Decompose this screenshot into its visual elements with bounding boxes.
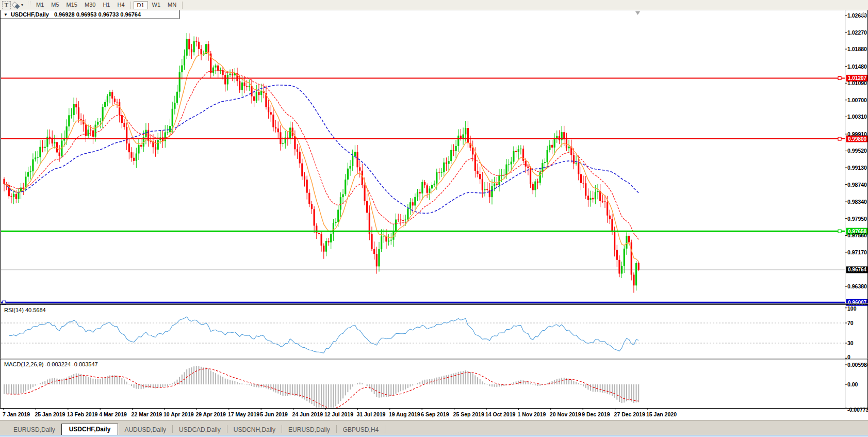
svg-text:1.01880: 1.01880 xyxy=(847,46,867,52)
svg-text:14 Oct 2019: 14 Oct 2019 xyxy=(485,411,516,417)
timeframe-button-m5[interactable]: M5 xyxy=(48,1,62,9)
svg-text:0.97560: 0.97560 xyxy=(847,232,867,238)
svg-text:10 Apr 2019: 10 Apr 2019 xyxy=(163,411,194,417)
timeframe-button-h1[interactable]: H1 xyxy=(100,1,113,9)
svg-text:24 Jun 2019: 24 Jun 2019 xyxy=(292,411,323,417)
chart-ohlc-quotes: 0.96928 0.96953 0.96733 0.96764 xyxy=(54,11,141,18)
timeframe-button-m1[interactable]: M1 xyxy=(33,1,47,9)
price-axis[interactable]: 1.026601.022701.018801.014801.010901.007… xyxy=(845,12,867,289)
svg-text:70: 70 xyxy=(847,320,854,326)
svg-text:0.97950: 0.97950 xyxy=(847,216,867,222)
svg-text:0: 0 xyxy=(847,354,850,360)
chart-tab-gbpusd-h4[interactable]: GBPUSD,H4 xyxy=(337,425,385,435)
svg-text:19 Aug 2019: 19 Aug 2019 xyxy=(389,411,420,417)
chart-window-border xyxy=(1,10,868,409)
svg-text:1.00700: 1.00700 xyxy=(847,97,867,103)
svg-text:17 May 2019: 17 May 2019 xyxy=(228,411,259,417)
rsi-line xyxy=(9,317,638,353)
svg-text:0.99130: 0.99130 xyxy=(847,165,867,171)
macd-axis[interactable]: 0.0059860.00-0.007737 xyxy=(845,362,868,413)
toolbar: T ▾ M1M5M15M30H1H4D1W1MN xyxy=(0,0,868,10)
timeframe-button-m30[interactable]: M30 xyxy=(81,1,99,9)
trading-terminal: { "toolbar": { "text_tool_label": "T", "… xyxy=(0,0,868,437)
timeframe-button-d1[interactable]: D1 xyxy=(134,1,148,9)
svg-text:25 Jan 2019: 25 Jan 2019 xyxy=(35,411,65,417)
svg-text:0.00: 0.00 xyxy=(847,381,858,387)
shapes-dropdown-button[interactable]: ▾ xyxy=(12,2,23,8)
hline-handle[interactable] xyxy=(838,230,841,233)
timeframe-button-m15[interactable]: M15 xyxy=(63,1,80,9)
chevron-down-icon: ▾ xyxy=(21,3,23,7)
svg-text:0.005986: 0.005986 xyxy=(847,362,868,368)
current-price-chip-text: 0.96764 xyxy=(848,267,867,272)
toolbar-grip[interactable] xyxy=(28,2,30,8)
macd-histogram xyxy=(4,366,638,411)
price-chart-canvas[interactable]: 1.012070.998000.976580.960070.967641.026… xyxy=(0,0,868,437)
chart-tab-usdchf-daily[interactable]: USDCHF,Daily xyxy=(61,424,119,435)
text-tool-button[interactable]: T xyxy=(2,1,11,9)
rsi-axis[interactable]: 10070300 xyxy=(845,305,857,360)
svg-text:22 Mar 2019: 22 Mar 2019 xyxy=(132,411,162,417)
rsi-label: RSI(14) 40.5684 xyxy=(4,307,46,313)
svg-text:4 Mar 2019: 4 Mar 2019 xyxy=(99,411,127,417)
timeframe-button-h4[interactable]: H4 xyxy=(114,1,127,9)
tab-separator xyxy=(385,425,385,433)
collapse-chart-icon[interactable]: ▼ xyxy=(4,12,8,17)
svg-text:31 Jul 2019: 31 Jul 2019 xyxy=(356,411,385,417)
timeframe-button-w1[interactable]: W1 xyxy=(149,1,164,9)
chart-tab-eurusd-daily[interactable]: EURUSD,Daily xyxy=(7,425,61,435)
svg-text:20 Nov 2019: 20 Nov 2019 xyxy=(550,411,581,417)
svg-text:13 Feb 2019: 13 Feb 2019 xyxy=(67,411,98,417)
svg-text:30: 30 xyxy=(847,340,854,346)
svg-text:0.99910: 0.99910 xyxy=(847,131,867,137)
svg-text:12 Jul 2019: 12 Jul 2019 xyxy=(324,411,353,417)
svg-text:100: 100 xyxy=(847,305,857,312)
timeframe-button-mn[interactable]: MN xyxy=(165,1,179,9)
chart-tab-bar: EURUSD,DailyUSDCHF,DailyAUDUSD,DailyUSDC… xyxy=(0,420,868,435)
chart-title-bar: ▼ USDCHF,Daily 0.96928 0.96953 0.96733 0… xyxy=(0,10,179,19)
chart-tab-audusd-daily[interactable]: AUDUSD,Daily xyxy=(118,425,172,435)
svg-text:25 Sep 2019: 25 Sep 2019 xyxy=(453,411,484,417)
hline-handle[interactable] xyxy=(838,76,841,79)
candlestick-series xyxy=(3,33,639,293)
svg-text:0.98340: 0.98340 xyxy=(847,199,867,205)
shapes-icon-filled xyxy=(15,4,20,9)
svg-text:7 Jan 2019: 7 Jan 2019 xyxy=(3,411,30,417)
chart-shift-marker-icon[interactable] xyxy=(635,11,640,15)
toolbar-separator xyxy=(130,2,131,9)
svg-text:0.99520: 0.99520 xyxy=(847,148,867,154)
chart-symbol-title: USDCHF,Daily xyxy=(11,11,49,18)
svg-text:1.01480: 1.01480 xyxy=(847,63,867,70)
macd-signal-line xyxy=(7,369,639,409)
hline-handle[interactable] xyxy=(838,137,841,140)
svg-text:1.02270: 1.02270 xyxy=(847,29,867,36)
svg-text:9 Dec 2019: 9 Dec 2019 xyxy=(582,411,610,417)
svg-text:1.01090: 1.01090 xyxy=(847,80,867,86)
svg-text:1 Nov 2019: 1 Nov 2019 xyxy=(517,411,546,417)
macd-label: MACD(12,26,9) -0.003224 -0.003547 xyxy=(4,361,98,367)
svg-text:6 Sep 2019: 6 Sep 2019 xyxy=(421,411,449,417)
svg-text:29 Apr 2019: 29 Apr 2019 xyxy=(195,411,226,417)
svg-text:0.96380: 0.96380 xyxy=(847,283,867,289)
taskbar-edge xyxy=(0,435,868,437)
toolbar-separator xyxy=(182,2,183,9)
svg-text:0.98740: 0.98740 xyxy=(847,182,867,188)
time-axis[interactable]: 7 Jan 201925 Jan 201913 Feb 20194 Mar 20… xyxy=(3,409,677,417)
svg-text:-0.007737: -0.007737 xyxy=(847,407,868,413)
svg-text:1.00310: 1.00310 xyxy=(847,114,867,120)
svg-text:15 Jan 2020: 15 Jan 2020 xyxy=(646,411,677,417)
chart-tab-usdcnh-daily[interactable]: USDCNH,Daily xyxy=(227,425,282,435)
svg-text:27 Dec 2019: 27 Dec 2019 xyxy=(614,411,645,417)
svg-text:5 Jun 2019: 5 Jun 2019 xyxy=(260,411,288,417)
svg-text:0.97170: 0.97170 xyxy=(847,249,867,255)
moving-averages xyxy=(4,53,638,262)
chart-tab-eurusd-daily[interactable]: EURUSD,Daily xyxy=(282,425,336,435)
chart-tab-usdcad-daily[interactable]: USDCAD,Daily xyxy=(173,425,227,435)
